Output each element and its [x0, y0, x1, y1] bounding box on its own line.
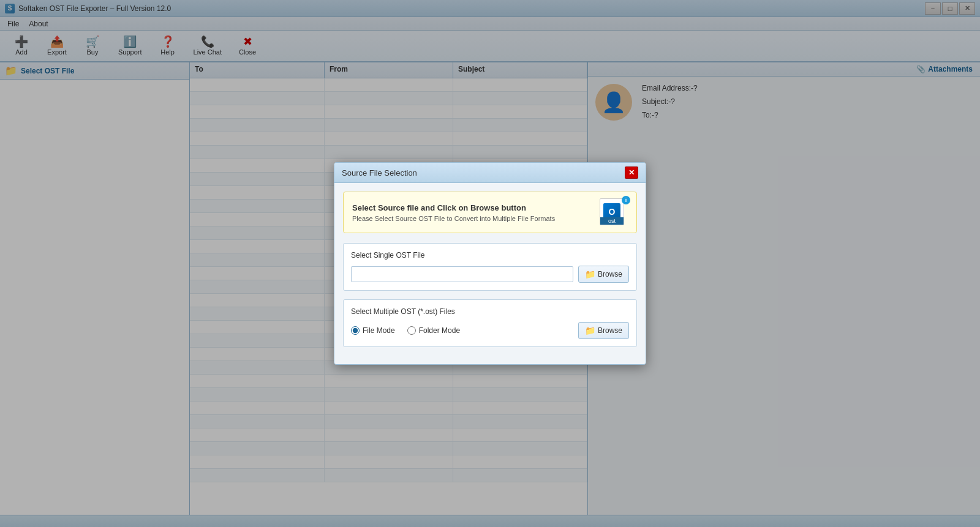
- info-banner-text: Select Source file and Click on Browse b…: [352, 203, 591, 222]
- multiple-ost-row: File Mode Folder Mode 📁 Browse: [351, 322, 629, 339]
- radio-group: File Mode Folder Mode: [351, 326, 460, 335]
- dialog-title: Source File Selection: [342, 168, 417, 178]
- multiple-ost-section: Select Multiple OST (*.ost) Files File M…: [343, 299, 637, 347]
- single-browse-button[interactable]: 📁 Browse: [578, 266, 629, 283]
- dialog-title-bar: Source File Selection ✕: [334, 163, 646, 183]
- source-file-dialog: Source File Selection ✕ Select Source fi…: [334, 162, 646, 365]
- single-browse-label: Browse: [598, 270, 622, 278]
- dialog-close-button[interactable]: ✕: [625, 166, 638, 179]
- multiple-browse-button[interactable]: 📁 Browse: [578, 322, 629, 339]
- single-ost-section: Select Single OST File 📁 Browse: [343, 243, 637, 291]
- ost-icon-bg: O ost: [600, 198, 624, 225]
- folder-mode-label: Folder Mode: [419, 326, 460, 335]
- info-banner-title: Select Source file and Click on Browse b…: [352, 203, 591, 212]
- single-ost-input[interactable]: [351, 266, 573, 282]
- ost-badge: i: [622, 196, 630, 204]
- info-banner-subtitle: Please Select Source OST File to Convert…: [352, 215, 591, 222]
- file-mode-radio[interactable]: [351, 326, 360, 335]
- browse-icon-single: 📁: [585, 269, 595, 279]
- modal-overlay: Source File Selection ✕ Select Source fi…: [0, 0, 980, 527]
- multiple-ost-title: Select Multiple OST (*.ost) Files: [351, 307, 629, 316]
- multiple-browse-label: Browse: [598, 326, 622, 335]
- dialog-body: Select Source file and Click on Browse b…: [334, 183, 646, 364]
- browse-icon-multiple: 📁: [585, 326, 595, 335]
- folder-mode-option[interactable]: Folder Mode: [407, 326, 460, 335]
- info-banner: Select Source file and Click on Browse b…: [343, 192, 637, 233]
- folder-mode-radio[interactable]: [407, 326, 416, 335]
- ost-file-icon: O ost i: [600, 198, 628, 226]
- file-mode-option[interactable]: File Mode: [351, 326, 395, 335]
- single-ost-row: 📁 Browse: [351, 266, 629, 283]
- single-ost-title: Select Single OST File: [351, 251, 629, 260]
- ost-label: ost: [600, 217, 624, 225]
- file-mode-label: File Mode: [363, 326, 395, 335]
